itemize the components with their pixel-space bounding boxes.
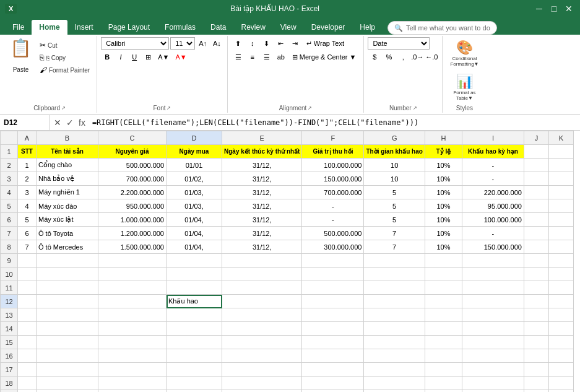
cell-k6[interactable] (548, 213, 573, 227)
tab-home[interactable]: Home (32, 20, 67, 35)
cell-j19[interactable] (524, 390, 548, 393)
cell-c11[interactable] (98, 281, 167, 295)
cell-c5[interactable]: 950.000.000 (98, 199, 167, 213)
cell-j6[interactable] (524, 213, 548, 227)
cell-j14[interactable] (524, 322, 548, 336)
cell-k8[interactable] (548, 240, 573, 254)
cell-a13[interactable] (18, 308, 37, 322)
currency-button[interactable]: $ (368, 51, 381, 63)
cell-a4[interactable]: 3 (18, 186, 37, 199)
cell-c13[interactable] (98, 308, 167, 322)
cell-h13[interactable] (425, 308, 462, 322)
cell-k10[interactable] (548, 268, 573, 281)
number-expand-icon[interactable]: ↗ (413, 105, 417, 111)
cell-c16[interactable] (98, 349, 167, 363)
cell-f6[interactable]: - (302, 213, 364, 227)
cell-d2[interactable]: 01/01 (167, 159, 222, 172)
cell-i2[interactable]: - (462, 159, 524, 172)
cell-d17[interactable] (167, 363, 222, 377)
cell-g10[interactable] (364, 268, 425, 281)
cell-f12[interactable] (302, 295, 364, 308)
cell-a3[interactable]: 2 (18, 172, 37, 186)
decrease-font-button[interactable]: A↓ (210, 37, 223, 50)
cell-i18[interactable] (462, 377, 524, 390)
col-header-i[interactable]: I (462, 131, 524, 145)
cell-e7[interactable]: 31/12, (222, 227, 302, 240)
cell-h5[interactable]: 10% (425, 199, 462, 213)
maximize-button[interactable]: □ (548, 3, 560, 14)
cell-d7[interactable]: 01/04, (167, 227, 222, 240)
cell-b12[interactable] (37, 295, 98, 308)
cell-f13[interactable] (302, 308, 364, 322)
cell-h11[interactable] (425, 281, 462, 295)
cell-d14[interactable] (167, 322, 222, 336)
col-header-c[interactable]: C (98, 131, 167, 145)
col-header-a[interactable]: A (18, 131, 37, 145)
tab-review[interactable]: Review (233, 20, 272, 35)
cell-j17[interactable] (524, 363, 548, 377)
cell-b7[interactable]: Ô tô Toyota (37, 227, 98, 240)
comma-button[interactable]: , (396, 51, 410, 63)
tab-help[interactable]: Help (352, 20, 383, 35)
cell-b9[interactable] (37, 254, 98, 268)
cell-b5[interactable]: Máy xúc đào (37, 199, 98, 213)
cell-f5[interactable]: - (302, 199, 364, 213)
cell-b18[interactable] (37, 377, 98, 390)
format-painter-button[interactable]: 🖌 Format Painter (37, 64, 93, 76)
cell-h7[interactable]: 10% (425, 227, 462, 240)
cell-b11[interactable] (37, 281, 98, 295)
cell-i15[interactable] (462, 336, 524, 349)
cell-e2[interactable]: 31/12, (222, 159, 302, 172)
cell-j4[interactable] (524, 186, 548, 199)
alignment-expand-icon[interactable]: ↗ (308, 105, 312, 111)
cell-j2[interactable] (524, 159, 548, 172)
cell-a7[interactable]: 6 (18, 227, 37, 240)
cell-e14[interactable] (222, 322, 302, 336)
col-header-k[interactable]: K (548, 131, 573, 145)
cell-i6[interactable]: 100.000.000 (462, 213, 524, 227)
close-button[interactable]: ✕ (563, 3, 575, 14)
font-color-button[interactable]: A▼ (173, 51, 189, 63)
cell-j16[interactable] (524, 349, 548, 363)
cell-k14[interactable] (548, 322, 573, 336)
cell-i14[interactable] (462, 322, 524, 336)
cell-a11[interactable] (18, 281, 37, 295)
cell-a8[interactable]: 7 (18, 240, 37, 254)
cell-h2[interactable]: 10% (425, 159, 462, 172)
cell-g3[interactable]: 10 (364, 172, 425, 186)
cell-i10[interactable] (462, 268, 524, 281)
format-as-table-button[interactable]: 📊 Format asTable▼ (446, 71, 482, 103)
cell-b16[interactable] (37, 349, 98, 363)
cell-a9[interactable] (18, 254, 37, 268)
cell-e6[interactable]: 31/12, (222, 213, 302, 227)
cell-c6[interactable]: 1.000.000.000 (98, 213, 167, 227)
tab-insert[interactable]: Insert (67, 20, 101, 35)
cell-e10[interactable] (222, 268, 302, 281)
cell-f17[interactable] (302, 363, 364, 377)
cell-e13[interactable] (222, 308, 302, 322)
cell-e18[interactable] (222, 377, 302, 390)
cell-g2[interactable]: 10 (364, 159, 425, 172)
cell-h1[interactable]: Tỷ lệ (425, 145, 462, 159)
cell-k18[interactable] (548, 377, 573, 390)
cell-a10[interactable] (18, 268, 37, 281)
cancel-formula-button[interactable]: ✕ (52, 118, 63, 127)
cell-b10[interactable] (37, 268, 98, 281)
cell-f7[interactable]: 500.000.000 (302, 227, 364, 240)
cell-g9[interactable] (364, 254, 425, 268)
cell-d10[interactable] (167, 268, 222, 281)
cell-g5[interactable]: 5 (364, 199, 425, 213)
orientation-button[interactable]: ab (274, 51, 288, 63)
cell-e8[interactable]: 31/12, (222, 240, 302, 254)
cell-i5[interactable]: 95.000.000 (462, 199, 524, 213)
bold-button[interactable]: B (101, 51, 113, 63)
cell-j12[interactable] (524, 295, 548, 308)
cell-e19[interactable] (222, 390, 302, 393)
paste-button[interactable]: 📋 Paste (6, 37, 35, 76)
cell-c18[interactable] (98, 377, 167, 390)
cell-g15[interactable] (364, 336, 425, 349)
cell-c15[interactable] (98, 336, 167, 349)
cell-h9[interactable] (425, 254, 462, 268)
cell-k16[interactable] (548, 349, 573, 363)
cell-h14[interactable] (425, 322, 462, 336)
